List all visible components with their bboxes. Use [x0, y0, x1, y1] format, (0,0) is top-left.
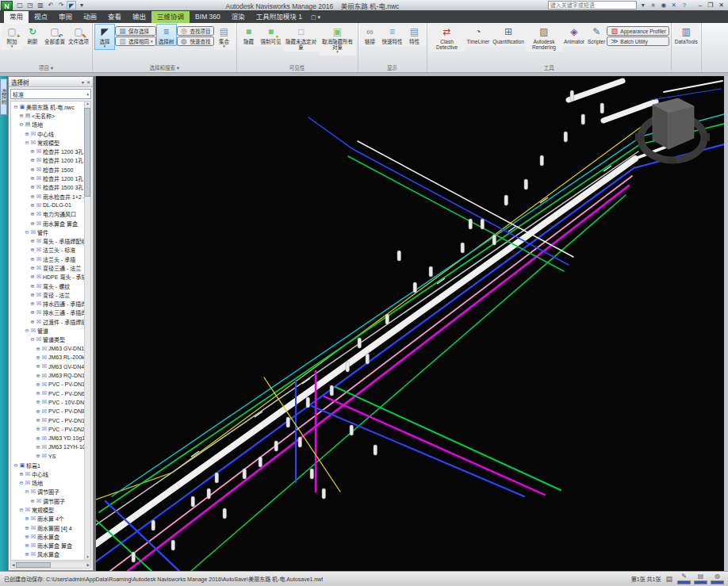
select-icon[interactable]: ◤ [67, 1, 76, 10]
tree-item[interactable]: ⊖☒调节圈子 [11, 488, 90, 496]
tree-item[interactable]: ⊕☒JM63 YD 10g110 [11, 434, 90, 442]
tab-review[interactable]: 审阅 [53, 11, 78, 23]
tree-expander-icon[interactable]: ⊕ [29, 157, 36, 163]
tree-item[interactable]: ⊖☒常规模型 [11, 505, 90, 514]
tree-item[interactable]: ⊕☒PVC - PV-DN600 [11, 389, 90, 398]
ribbon-button[interactable]: ≡快速特性 [381, 24, 404, 46]
viewcube-ring-handle[interactable] [635, 133, 643, 141]
ribbon-button[interactable]: ✎Scripter [586, 24, 607, 46]
tree-item[interactable]: ⊕☒弯头 - 螺纹 [11, 282, 90, 290]
tab-viewpoint[interactable]: 视点 [29, 11, 53, 23]
tree-item[interactable]: ⊖☒场地 [11, 478, 90, 487]
redo-icon[interactable]: ↷ [56, 1, 66, 10]
tree-item[interactable]: ⊕☒HDPE 弯头 - 承插 [11, 273, 90, 282]
tree-expander-icon[interactable]: ⊕ [29, 167, 36, 173]
tree-item[interactable]: ⊖☒管件 [11, 228, 90, 236]
tree-item[interactable]: ⊕☒变径 - 法兰 [11, 290, 90, 299]
tree-item[interactable]: ⊖▤场地 [11, 121, 90, 129]
tree-item[interactable]: ⊕☒JM63 GV-DN400 [11, 362, 90, 371]
star-icon[interactable]: ★ [649, 2, 657, 10]
qat-dropdown-icon[interactable]: ▾ [77, 1, 86, 10]
tree-item[interactable]: ⊕☒PVC - PV-DN200 [11, 425, 90, 434]
tree-expander-icon[interactable]: ⊕ [29, 148, 36, 155]
ribbon-small-button[interactable]: ▦保存选择 [115, 26, 156, 36]
scroll-right-icon[interactable]: ▶ [87, 563, 90, 567]
tree-expander-icon[interactable]: ⊕ [29, 309, 36, 316]
application-menu-button[interactable]: N [1, 1, 13, 10]
tree-expander-icon[interactable]: ⊖ [24, 327, 30, 334]
search-input[interactable] [548, 1, 637, 10]
restore-button[interactable]: ❐ [707, 2, 713, 9]
minimize-button[interactable]: – [699, 2, 702, 9]
tree-item[interactable]: ⊕☒弯头 - 承插焊配组 [11, 236, 90, 245]
tree-expander-icon[interactable]: ⊕ [18, 471, 25, 477]
ribbon-small-button[interactable]: ◎查找项目 [177, 26, 214, 36]
tree-expander-icon[interactable]: ⊕ [29, 211, 36, 217]
tab-bim360[interactable]: BIM 360 [190, 11, 226, 23]
tree-item[interactable]: ⊕☒雨水箅盒 箅盒 [11, 542, 90, 550]
close-button[interactable]: ✕ [718, 2, 724, 9]
tree-expander-icon[interactable]: ⊕ [35, 373, 41, 379]
tree-expander-icon[interactable]: ⊕ [29, 498, 36, 504]
ribbon-button[interactable]: ▥DataTools [673, 24, 699, 46]
panel-title-bar[interactable]: 选择树 ▾ ✕ [9, 77, 93, 87]
tree-item[interactable]: ⊕☒PVC - PV-DN100 [11, 380, 90, 389]
ribbon-small-button[interactable]: ▥选择相同▾ [115, 36, 156, 46]
ribbon-button[interactable]: ◈Animator [562, 24, 586, 46]
tree-item[interactable]: ⊕☒DL-DLG-01 [11, 201, 90, 209]
tree-horizontal-scrollbar[interactable]: ◀ ▶ [10, 561, 91, 569]
viewcube-ring-handle[interactable] [702, 133, 710, 141]
tree-item[interactable]: ⊕☒PVC - 10V-DN50 [11, 398, 90, 407]
tree-item[interactable]: ⊕☒雨水检查井 1+2 孔 [11, 192, 90, 201]
infocenter-dropdown-icon[interactable]: ▾ [639, 2, 647, 10]
tree-item[interactable]: ⊕☒检查井 1200 3孔 [11, 147, 90, 155]
tree-expander-icon[interactable]: ⊕ [35, 399, 41, 405]
tree-item[interactable]: ⊕☒JM63 12YH-10k [11, 442, 90, 451]
tree-hscroll-thumb[interactable] [16, 562, 51, 568]
print-icon[interactable]: ▥ [36, 1, 45, 10]
ribbon-button[interactable]: ◤选择▾ [94, 24, 115, 50]
save-icon[interactable]: ◳ [25, 1, 35, 10]
tree-expander-icon[interactable]: ⊕ [29, 175, 36, 182]
viewcube-left-face[interactable] [653, 105, 669, 149]
tree-expander-icon[interactable]: ⊕ [24, 534, 30, 540]
tree-expander-icon[interactable]: ⊕ [35, 417, 41, 423]
tree-item[interactable]: ⊕☒雨水箅盒 箅盒 [11, 219, 90, 228]
tree-expander-icon[interactable]: ⊕ [24, 515, 30, 522]
ribbon-button[interactable]: ▨Autodesk Rendering [526, 24, 562, 52]
tree-item[interactable]: ⊕☒雨水箅 4个 [11, 515, 90, 523]
ribbon-button[interactable]: ▢↶全部重置 [43, 24, 67, 46]
tree-expander-icon[interactable]: ⊕ [35, 408, 41, 415]
ribbon-button[interactable]: ▢✎文件选项 [67, 24, 90, 46]
tree-item[interactable]: ⊕▤<无名称> [11, 111, 90, 120]
tree-expander-icon[interactable]: ⊕ [29, 319, 36, 325]
tree-expander-icon[interactable]: ⊕ [29, 274, 36, 280]
undo-icon[interactable]: ↶ [46, 1, 56, 10]
tree-item[interactable]: ⊕☒调节圈子 [11, 496, 90, 505]
scroll-left-icon[interactable]: ◀ [12, 563, 14, 567]
viewcube-right-face[interactable] [669, 106, 694, 149]
tree-expander-icon[interactable]: ⊕ [35, 363, 41, 370]
tree-expander-icon[interactable]: ⊕ [29, 184, 36, 190]
tree-expander-icon[interactable]: ⊕ [29, 256, 36, 262]
tree-expander-icon[interactable]: ⊕ [24, 131, 30, 137]
ribbon-button[interactable]: ∞链接 [360, 24, 381, 46]
tree-expander-icon[interactable]: ⊕ [29, 265, 36, 271]
ribbon-button[interactable]: ⊞Quantification [491, 24, 526, 46]
tree-item[interactable]: ⊕☒法兰头 - 承插 [11, 255, 90, 263]
tree-item[interactable]: ⊖▣标高1 [11, 461, 90, 469]
ribbon-small-button[interactable]: ≫Batch Utility [607, 36, 669, 46]
tree-expander-icon[interactable]: ⊖ [18, 121, 25, 128]
tree-mode-select[interactable]: 标准 ▾ [10, 89, 91, 99]
docked-panel-tab[interactable]: 选择树 [0, 79, 7, 115]
tab-home[interactable]: 常用 [4, 11, 29, 23]
tree-item[interactable]: ⊕☒中心线 [11, 129, 90, 138]
tree-item[interactable]: ⊕☒检查井 1500 [11, 165, 90, 174]
help-icon[interactable]: ? [680, 2, 688, 10]
tree-vscroll-thumb[interactable] [84, 108, 90, 197]
tree-expander-icon[interactable]: ⊕ [29, 193, 36, 200]
tree-expander-icon[interactable]: ⊕ [18, 113, 25, 119]
ribbon-button[interactable]: ▣取消隐藏所有对象▾ [320, 24, 356, 56]
tree-expander-icon[interactable]: ⊕ [35, 346, 41, 352]
tree-expander-icon[interactable]: ⊕ [29, 220, 36, 227]
